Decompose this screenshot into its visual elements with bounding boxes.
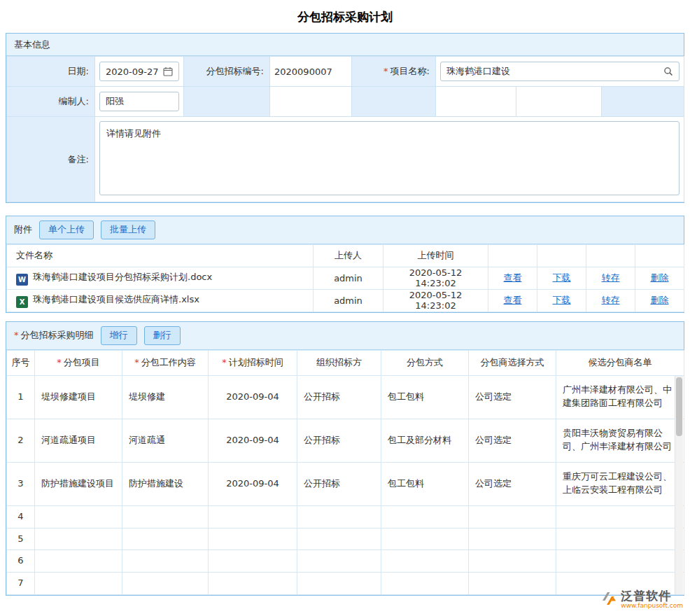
brand-name: 泛普软件 bbox=[621, 589, 671, 603]
organizer-column-header: 组织招标方 bbox=[297, 350, 381, 375]
attachment-filename: 珠海鹤港口建设项目分包招标采购计划.docx bbox=[33, 272, 212, 282]
grid-cell[interactable] bbox=[122, 528, 209, 550]
attachments-header: 附件 单个上传 批量上传 bbox=[6, 216, 684, 244]
grid-cell[interactable]: 公司选定 bbox=[469, 375, 556, 419]
attachment-filename: 珠海鹤港口建设项目候选供应商详情.xlsx bbox=[33, 294, 199, 304]
grid-cell[interactable] bbox=[297, 550, 381, 573]
grid-cell[interactable] bbox=[469, 505, 556, 528]
grid-cell[interactable]: 堤坝修建项目 bbox=[35, 375, 122, 419]
excel-file-icon: X bbox=[16, 296, 28, 308]
grid-cell[interactable] bbox=[556, 550, 684, 573]
grid-cell[interactable]: 包工包料 bbox=[381, 375, 469, 419]
grid-cell[interactable]: 广州丰泽建材有限公司、中建集团路面工程有限公司 bbox=[556, 375, 684, 419]
grid-cell[interactable]: 公开招标 bbox=[297, 375, 381, 419]
grid-cell[interactable]: 2020-09-04 bbox=[209, 419, 297, 462]
grid-cell[interactable] bbox=[209, 573, 297, 595]
uploader-value: admin bbox=[314, 267, 383, 289]
grid-cell[interactable]: 公开招标 bbox=[297, 462, 381, 505]
grid-cell[interactable]: 2020-09-04 bbox=[209, 462, 297, 505]
view-link[interactable]: 查看 bbox=[504, 272, 522, 283]
grid-cell[interactable] bbox=[122, 573, 209, 595]
scrollbar-thumb[interactable] bbox=[676, 377, 682, 436]
grid-cell[interactable] bbox=[209, 528, 297, 550]
uploader-column-header: 上传人 bbox=[314, 244, 383, 267]
author-input[interactable]: 阳强 bbox=[99, 92, 179, 111]
grid-cell[interactable] bbox=[381, 573, 469, 595]
calendar-icon[interactable] bbox=[163, 66, 173, 76]
transfer-link[interactable]: 转存 bbox=[602, 295, 620, 305]
bid-time-column-header: *计划招标时间 bbox=[209, 350, 297, 375]
grid-cell[interactable]: 包工包料 bbox=[381, 462, 469, 505]
view-link[interactable]: 查看 bbox=[504, 295, 522, 305]
basic-info-grid: 日期: 2020-09-27 分包招标编号: 2020090007 *项目名称:… bbox=[6, 56, 684, 202]
grid-cell[interactable] bbox=[556, 528, 684, 550]
delete-row-button[interactable]: 删行 bbox=[144, 326, 181, 345]
grid-cell[interactable] bbox=[297, 505, 381, 528]
empty-cell bbox=[602, 87, 684, 117]
action-column-header bbox=[488, 244, 537, 267]
add-row-button[interactable]: 增行 bbox=[101, 326, 137, 345]
grid-cell[interactable]: 包工及部分材料 bbox=[381, 419, 469, 462]
grid-cell[interactable]: 堤坝修建 bbox=[122, 375, 209, 419]
grid-cell[interactable] bbox=[35, 550, 122, 573]
basic-info-title: 基本信息 bbox=[14, 38, 50, 51]
attachments-panel: 附件 单个上传 批量上传 文件名称 上传人 上传时间 W珠海鹤港口建设项目分包招… bbox=[6, 216, 684, 313]
grid-cell[interactable]: 公开招标 bbox=[297, 419, 381, 462]
transfer-link[interactable]: 转存 bbox=[602, 272, 620, 283]
grid-cell[interactable] bbox=[122, 550, 209, 573]
grid-cell[interactable] bbox=[556, 505, 684, 528]
grid-cell[interactable] bbox=[35, 573, 122, 595]
grid-cell[interactable]: 贵阳丰沃物资贸易有限公司、广州丰泽建材有限公司 bbox=[556, 419, 684, 462]
brand-url: www.fanpusoft.com bbox=[621, 602, 683, 610]
grid-cell[interactable]: 河道疏通 bbox=[122, 419, 209, 462]
grid-cell[interactable] bbox=[122, 505, 209, 528]
download-link[interactable]: 下载 bbox=[553, 295, 571, 305]
remark-textarea[interactable]: 详情请见附件 bbox=[99, 121, 680, 195]
grid-cell[interactable] bbox=[297, 573, 381, 595]
uploader-value: admin bbox=[314, 289, 383, 312]
grid-cell-seq: 4 bbox=[7, 505, 35, 528]
empty-cell bbox=[516, 87, 602, 117]
date-label: 日期: bbox=[7, 57, 95, 87]
grid-cell[interactable] bbox=[469, 550, 556, 573]
download-link[interactable]: 下载 bbox=[553, 272, 571, 283]
basic-info-header: 基本信息 bbox=[6, 34, 684, 56]
grid-cell[interactable] bbox=[209, 505, 297, 528]
grid-cell[interactable] bbox=[381, 505, 469, 528]
grid-cell[interactable] bbox=[381, 528, 469, 550]
vertical-scrollbar[interactable] bbox=[675, 376, 683, 594]
grid-cell[interactable]: 重庆万可云工程建设公司、上临云安装工程有限公司 bbox=[556, 462, 684, 505]
grid-cell[interactable] bbox=[35, 505, 122, 528]
author-value: 阳强 bbox=[106, 95, 124, 108]
project-name-label: *项目名称: bbox=[352, 57, 436, 87]
grid-cell[interactable]: 防护措施建设项目 bbox=[35, 462, 122, 505]
table-row: 1 堤坝修建项目 堤坝修建 2020-09-04 公开招标 包工包料 公司选定 … bbox=[7, 375, 684, 419]
grid-cell[interactable]: 河道疏通项目 bbox=[35, 419, 122, 462]
empty-cell bbox=[436, 87, 516, 117]
basic-info-panel: 基本信息 日期: 2020-09-27 分包招标编号: 2020090007 *… bbox=[6, 33, 684, 203]
grid-cell[interactable] bbox=[469, 573, 556, 595]
batch-upload-button[interactable]: 批量上传 bbox=[101, 220, 155, 239]
grid-cell[interactable]: 公司选定 bbox=[469, 419, 556, 462]
grid-cell[interactable] bbox=[35, 528, 122, 550]
project-name-input[interactable]: 珠海鹤港口建设 bbox=[440, 62, 680, 81]
single-upload-button[interactable]: 单个上传 bbox=[39, 220, 94, 239]
detail-header: *分包招标采购明细 增行 删行 bbox=[6, 322, 684, 350]
required-asterisk: * bbox=[14, 330, 19, 340]
grid-cell[interactable]: 公司选定 bbox=[469, 462, 556, 505]
grid-cell[interactable] bbox=[469, 528, 556, 550]
grid-cell-seq: 7 bbox=[7, 573, 35, 595]
action-column-header bbox=[537, 244, 586, 267]
grid-cell-seq: 3 bbox=[7, 462, 35, 505]
page-title: 分包招标采购计划 bbox=[0, 0, 690, 33]
delete-link[interactable]: 删除 bbox=[651, 272, 669, 283]
grid-cell[interactable] bbox=[381, 550, 469, 573]
grid-cell[interactable]: 防护措施建设 bbox=[122, 462, 209, 505]
date-input[interactable]: 2020-09-27 bbox=[99, 62, 179, 81]
search-icon[interactable] bbox=[663, 66, 673, 76]
seq-column-header: 序号 bbox=[7, 350, 35, 375]
delete-link[interactable]: 删除 bbox=[651, 295, 669, 305]
grid-cell[interactable] bbox=[297, 528, 381, 550]
grid-cell[interactable]: 2020-09-04 bbox=[209, 375, 297, 419]
grid-cell[interactable] bbox=[209, 550, 297, 573]
